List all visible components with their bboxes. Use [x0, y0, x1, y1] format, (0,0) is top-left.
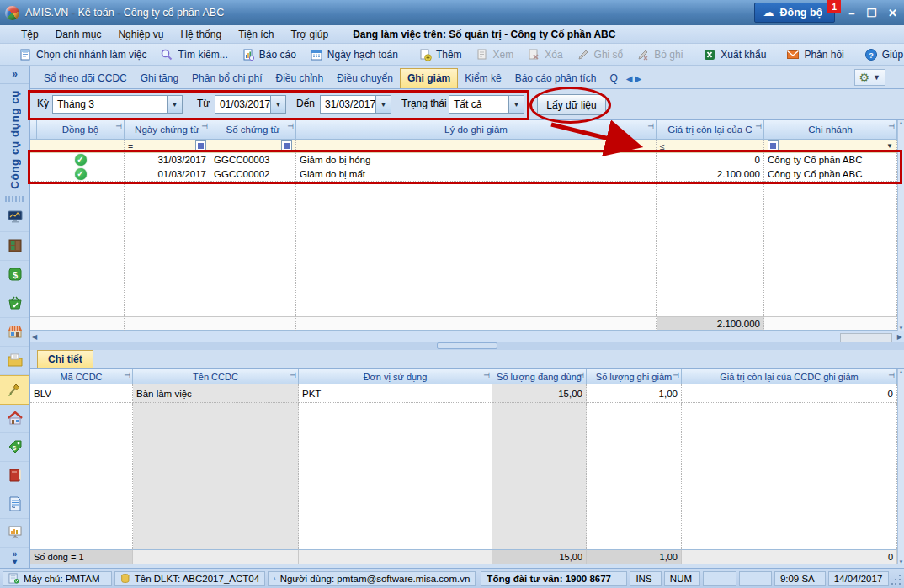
chevron-down-icon[interactable]: ▼ — [270, 96, 285, 113]
col-header-gia-tri-con-lai[interactable]: Giá trị còn lại của C⊣ — [657, 120, 764, 140]
col-header-so-luong-dang-dung[interactable]: Số lượng đang dùng⊣ — [492, 369, 587, 384]
tab-truncated[interactable]: Q — [603, 69, 624, 88]
menu-tien-ich[interactable]: Tiện ích — [231, 27, 281, 42]
pin-icon[interactable]: ⊣ — [201, 122, 208, 130]
tab-ghi-giam-active[interactable]: Ghi giảm — [400, 68, 458, 88]
splitter-grip[interactable] — [437, 342, 497, 349]
sidebar-item-salary[interactable]: $ — [0, 433, 29, 462]
filter-picker-icon[interactable] — [195, 140, 206, 151]
filter-cell-ly-do[interactable] — [296, 140, 657, 153]
maximize-button[interactable]: ❐ — [866, 7, 876, 19]
export-button[interactable]: Xuất khẩu — [696, 46, 773, 63]
status-select[interactable]: Tất cả ▼ — [449, 95, 524, 114]
sidebar-item-tools-active[interactable] — [0, 375, 29, 405]
pin-icon[interactable]: ⊣ — [287, 122, 294, 130]
menu-he-thong[interactable]: Hệ thống — [173, 27, 229, 42]
choose-branch-button[interactable]: Chọn chi nhánh làm việc — [12, 46, 153, 63]
pin-icon[interactable]: ⊣ — [673, 371, 679, 379]
filter-cell-gia-tri[interactable]: ≤ — [657, 140, 764, 153]
col-header-dong-bo[interactable]: Đồng bộ⊣ — [37, 120, 125, 140]
tab-bao-cao-phan-tich[interactable]: Báo cáo phân tích — [508, 69, 604, 88]
pin-icon[interactable]: ⊣ — [290, 371, 296, 379]
detail-table-row[interactable]: BLV Bàn làm việc PKT 15,00 1,00 0 — [30, 384, 897, 403]
tab-ghi-tang[interactable]: Ghi tăng — [134, 69, 185, 88]
pin-icon[interactable]: ⊣ — [115, 122, 122, 130]
tab-dieu-chinh[interactable]: Điều chỉnh — [269, 69, 331, 88]
col-header-ngay-chung-tu[interactable]: Ngày chứng từ⊣ — [125, 120, 210, 140]
help-button[interactable]: ? Giúp — [858, 46, 904, 63]
col-header-ma-ccdc[interactable]: Mã CCDC⊣ — [30, 369, 133, 384]
menu-nghiep-vu[interactable]: Nghiệp vụ — [110, 27, 171, 42]
from-date-select[interactable]: 01/03/2017 ▼ — [215, 95, 286, 114]
pin-icon[interactable]: ⊣ — [647, 122, 654, 130]
pane-splitter[interactable] — [30, 342, 904, 350]
col-header-don-vi-su-dung[interactable]: Đơn vị sử dụng⊣ — [299, 369, 492, 384]
pin-icon[interactable]: ⊣ — [577, 371, 584, 379]
sidebar-item-cash[interactable] — [0, 232, 29, 261]
to-date-select[interactable]: 31/03/2017 ▼ — [320, 95, 391, 114]
tab-scroll-left-icon[interactable]: ◀ — [626, 74, 633, 83]
minimize-button[interactable]: – — [848, 7, 854, 19]
pin-icon[interactable]: ⊣ — [124, 371, 130, 379]
pin-icon[interactable]: ⊣ — [888, 371, 895, 379]
col-header-ly-do-ghi-giam[interactable]: Lý do ghi giảm⊣ — [296, 120, 657, 140]
chevron-down-icon[interactable]: ▼ — [508, 96, 524, 113]
window-resize-grip[interactable] — [891, 572, 901, 585]
filter-cell-chi-nhanh[interactable]: ▼ — [764, 140, 897, 153]
unpost-button[interactable]: Bỏ ghi — [630, 46, 689, 63]
filter-cell-so[interactable] — [210, 140, 296, 153]
pin-icon[interactable]: ⊣ — [483, 371, 490, 379]
filter-cell-ngay[interactable]: = — [125, 140, 210, 153]
sync-button[interactable]: ☁ Đồng bộ 1 — [754, 3, 836, 23]
table-row[interactable]: ✓ 01/03/2017 GGCC00002 Giảm do bị mất 2.… — [30, 167, 897, 182]
sidebar-item-fixed-assets[interactable] — [0, 405, 29, 433]
post-button[interactable]: Ghi sổ — [570, 46, 630, 63]
sidebar-item-deposit[interactable]: $ — [0, 261, 29, 289]
delete-button[interactable]: Xóa — [520, 46, 569, 63]
close-button[interactable]: ✕ — [888, 7, 897, 19]
menu-tep[interactable]: Tệp — [13, 27, 46, 42]
col-header-gia-tri-con-lai-ccdc[interactable]: Giá trị còn lại của CCDC ghi giảm⊣ — [682, 369, 897, 384]
scroll-right-icon[interactable]: ▶ — [897, 333, 902, 341]
col-header-chi-nhanh[interactable]: Chi nhánh⊣ — [764, 120, 897, 140]
filter-cell-dong-bo[interactable] — [37, 140, 125, 153]
vertical-scrollbar[interactable]: ▲▼ — [897, 369, 904, 564]
view-button[interactable]: Xem — [469, 46, 521, 63]
scroll-left-icon[interactable]: ◀ — [32, 333, 37, 341]
pin-icon[interactable]: ⊣ — [888, 122, 895, 130]
table-row[interactable]: ✓ 31/03/2017 GGCC00003 Giảm do bị hỏng 0… — [30, 153, 897, 167]
sidebar-item-general-ledger[interactable] — [0, 462, 29, 490]
tab-so-theo-doi-ccdc[interactable]: Sổ theo dõi CCDC — [37, 69, 134, 88]
menu-tro-giup[interactable]: Trợ giúp — [283, 27, 336, 42]
horizontal-scrollbar[interactable]: ◀ ▶ — [30, 331, 904, 342]
col-header-so-chung-tu[interactable]: Số chứng từ⊣ — [210, 120, 296, 140]
filter-picker-icon[interactable] — [768, 140, 779, 151]
col-header-ten-ccdc[interactable]: Tên CCDC⊣ — [133, 369, 299, 384]
add-button[interactable]: Thêm — [412, 46, 469, 63]
sidebar-overflow-chevron[interactable]: » ▾ — [0, 548, 29, 568]
sidebar-collapse-chevron[interactable]: » — [0, 66, 29, 84]
posting-date-button[interactable]: Ngày hạch toán — [303, 46, 405, 63]
chevron-down-icon[interactable]: ▼ — [375, 96, 391, 113]
grid-settings-button[interactable]: ⚙ ▼ — [854, 69, 885, 86]
feedback-button[interactable]: Phản hồi — [779, 46, 850, 63]
pin-icon[interactable]: ⊣ — [755, 122, 762, 130]
sidebar-item-dashboard[interactable] — [0, 204, 29, 232]
period-select[interactable]: Tháng 3 ▼ — [52, 95, 183, 114]
tab-kiem-ke[interactable]: Kiểm kê — [458, 69, 508, 88]
tab-chi-tiet-active[interactable]: Chi tiết — [37, 350, 93, 368]
tab-phan-bo-chi-phi[interactable]: Phân bổ chi phí — [185, 69, 269, 88]
menu-danh-muc[interactable]: Danh mục — [48, 27, 109, 42]
sidebar-grip[interactable] — [5, 196, 24, 202]
tab-scroll-right-icon[interactable]: ▶ — [635, 74, 641, 83]
vertical-scrollbar[interactable]: ▲▼ — [897, 120, 904, 331]
sidebar-item-purchase[interactable] — [0, 289, 29, 318]
chevron-down-icon[interactable]: ▼ — [886, 142, 893, 150]
col-header-so-luong-ghi-giam[interactable]: Số lượng ghi giảm⊣ — [587, 369, 682, 384]
report-button[interactable]: Báo cáo — [235, 46, 303, 63]
sidebar-item-documents[interactable] — [0, 490, 29, 519]
sidebar-item-reports[interactable] — [0, 519, 29, 548]
filter-picker-icon[interactable] — [281, 140, 292, 151]
sidebar-item-sales[interactable] — [0, 318, 29, 347]
tab-dieu-chuyen[interactable]: Điều chuyển — [330, 69, 400, 88]
